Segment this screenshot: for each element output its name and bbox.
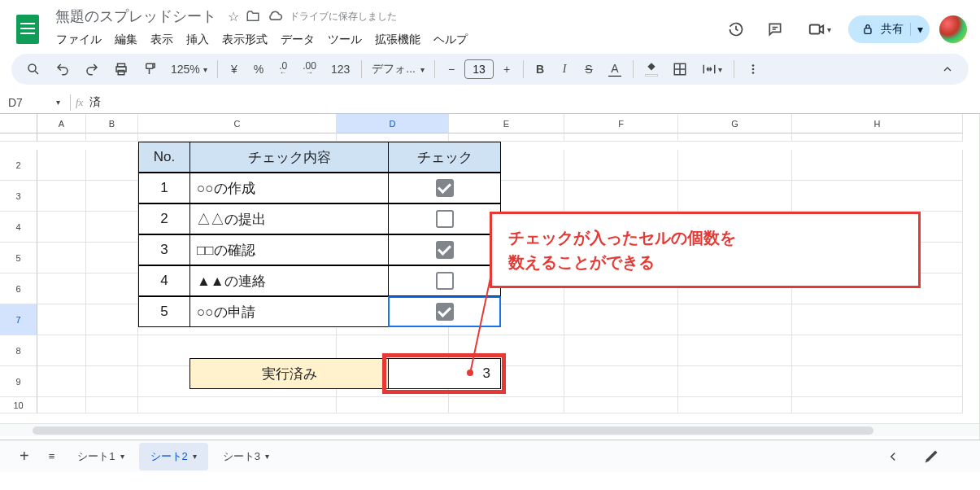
font-size-input[interactable]: 13 [464,59,494,79]
history-icon[interactable] [721,15,751,44]
share-button[interactable]: 共有 ▾ [848,15,930,43]
cell[interactable] [86,150,138,181]
cell[interactable] [678,366,792,397]
cell[interactable] [37,273,86,304]
cell[interactable] [678,212,792,243]
cell[interactable] [337,133,449,142]
cell[interactable] [449,243,564,273]
cell[interactable] [337,397,449,413]
search-icon[interactable] [20,57,47,81]
cell[interactable] [337,304,449,335]
cell[interactable] [37,133,86,142]
cell[interactable] [138,397,337,413]
sheet-tab-3[interactable]: シート3▾ [211,443,281,470]
decrease-font-button[interactable]: − [440,57,463,81]
cell[interactable] [678,243,792,273]
strikethrough-button[interactable]: S [577,57,600,81]
cell[interactable] [138,181,337,212]
col-header-b[interactable]: B [86,114,138,133]
row-header[interactable]: 2 [0,150,37,181]
font-select[interactable]: デフォ...▾ [367,62,429,77]
checkbox[interactable] [436,210,454,228]
add-sheet-button[interactable]: + [11,442,37,470]
cell[interactable] [564,212,678,243]
cell[interactable] [138,150,337,181]
print-icon[interactable] [107,57,135,81]
cell[interactable] [337,273,449,304]
all-sheets-button[interactable]: ≡ [41,445,63,467]
cell[interactable] [138,273,337,304]
col-header-d[interactable]: D [337,114,449,133]
cell[interactable] [792,133,963,142]
undo-icon[interactable] [49,57,76,81]
cell[interactable] [564,133,678,142]
cell[interactable] [337,366,449,397]
row-header[interactable]: 3 [0,181,37,212]
text-color-button[interactable]: A [602,57,628,81]
cell[interactable] [564,243,678,273]
cell[interactable] [792,335,963,366]
row-header[interactable]: 5 [0,243,37,273]
cell[interactable] [678,150,792,181]
cell[interactable] [449,150,564,181]
cell[interactable] [678,133,792,142]
menu-extensions[interactable]: 拡張機能 [369,29,426,50]
more-icon[interactable] [739,57,767,81]
cell[interactable] [792,150,963,181]
sheets-logo[interactable] [11,13,44,46]
cell[interactable] [337,181,449,212]
cell[interactable] [337,212,449,243]
cell[interactable] [138,335,337,366]
cell[interactable] [37,212,86,243]
cell[interactable] [564,366,678,397]
spreadsheet-grid[interactable]: A B C D E F G H 2345678910 No. チェック内容 チェ… [0,114,980,440]
cell[interactable] [678,335,792,366]
comments-icon[interactable] [760,15,790,44]
row-header[interactable]: 10 [0,397,37,413]
cell[interactable] [792,273,963,304]
move-icon[interactable] [246,9,260,24]
number-format-button[interactable]: 123 [324,57,356,81]
cell[interactable] [86,335,138,366]
cell[interactable] [792,397,963,413]
cell[interactable] [564,304,678,335]
italic-button[interactable]: I [553,57,576,81]
cell[interactable] [449,366,564,397]
checkbox[interactable] [436,272,454,290]
cell[interactable] [337,150,449,181]
row-header[interactable]: 8 [0,335,37,366]
borders-button[interactable] [666,57,694,81]
checkbox[interactable] [436,303,454,321]
select-all-corner[interactable] [0,114,37,133]
cell[interactable] [792,304,963,335]
cell[interactable] [678,304,792,335]
fill-color-button[interactable] [638,57,664,81]
menu-help[interactable]: ヘルプ [428,29,473,50]
cell[interactable] [37,304,86,335]
cell[interactable] [138,212,337,243]
cell[interactable] [37,150,86,181]
cell[interactable] [86,273,138,304]
paint-format-icon[interactable] [137,57,164,81]
cell[interactable] [449,304,564,335]
increase-font-button[interactable]: + [495,57,518,81]
star-icon[interactable]: ☆ [228,9,239,24]
bold-button[interactable]: B [529,57,551,81]
cell[interactable] [86,304,138,335]
explore-icon[interactable] [915,444,947,470]
cell[interactable] [138,133,337,142]
cell[interactable] [792,243,963,273]
col-header-h[interactable]: H [792,114,963,133]
menu-format[interactable]: 表示形式 [216,29,273,50]
cell[interactable] [138,366,337,397]
formula-input[interactable]: 済 [89,95,980,110]
cloud-icon[interactable] [267,8,283,24]
cell[interactable] [37,397,86,413]
cell[interactable] [449,335,564,366]
cell[interactable] [792,366,963,397]
menu-edit[interactable]: 編集 [109,29,143,50]
avatar[interactable] [939,15,967,43]
cell[interactable] [86,212,138,243]
col-header-c[interactable]: C [138,114,337,133]
cell[interactable] [37,181,86,212]
